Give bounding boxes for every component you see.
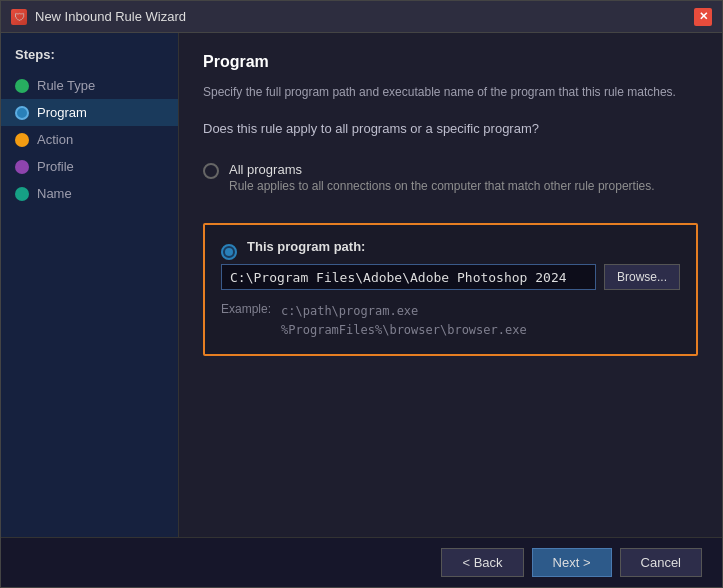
wizard-window: New Inbound Rule Wizard ✕ Steps: Rule Ty…: [0, 0, 723, 588]
browse-button[interactable]: Browse...: [604, 264, 680, 290]
program-path-box: This program path: Browse... Example: c:…: [203, 223, 698, 356]
action-dot: [15, 133, 29, 147]
back-button[interactable]: < Back: [441, 548, 523, 577]
example-row: Example: c:\path\program.exe %ProgramFil…: [221, 302, 680, 340]
main-panel: Program Specify the full program path an…: [179, 33, 722, 537]
content-area: Steps: Rule Type Program Action Profile …: [1, 33, 722, 537]
window-icon: [11, 9, 27, 25]
footer: < Back Next > Cancel: [1, 537, 722, 587]
program-label: Program: [37, 105, 87, 120]
steps-header: Steps:: [1, 47, 178, 72]
example-label: Example:: [221, 302, 271, 340]
cancel-button[interactable]: Cancel: [620, 548, 702, 577]
all-programs-option[interactable]: All programs Rule applies to all connect…: [203, 162, 698, 193]
window-title: New Inbound Rule Wizard: [35, 9, 686, 24]
all-programs-text: All programs Rule applies to all connect…: [229, 162, 655, 193]
this-program-option[interactable]: This program path:: [221, 239, 680, 264]
example-line-2: %ProgramFiles%\browser\browser.exe: [281, 321, 527, 340]
next-button[interactable]: Next >: [532, 548, 612, 577]
name-dot: [15, 187, 29, 201]
sidebar-item-program[interactable]: Program: [1, 99, 178, 126]
question-text: Does this rule apply to all programs or …: [203, 121, 698, 136]
profile-label: Profile: [37, 159, 74, 174]
example-values: c:\path\program.exe %ProgramFiles%\brows…: [281, 302, 527, 340]
this-program-radio[interactable]: [221, 244, 237, 260]
panel-subtitle: Specify the full program path and execut…: [203, 85, 698, 99]
profile-dot: [15, 160, 29, 174]
sidebar-item-name[interactable]: Name: [1, 180, 178, 207]
rule-type-dot: [15, 79, 29, 93]
rule-type-label: Rule Type: [37, 78, 95, 93]
all-programs-desc: Rule applies to all connections on the c…: [229, 179, 655, 193]
sidebar-item-rule-type[interactable]: Rule Type: [1, 72, 178, 99]
program-dot: [15, 106, 29, 120]
this-program-label: This program path:: [247, 239, 365, 254]
program-path-input[interactable]: [221, 264, 596, 290]
close-button[interactable]: ✕: [694, 8, 712, 26]
example-line-1: c:\path\program.exe: [281, 302, 527, 321]
all-programs-label: All programs: [229, 162, 655, 177]
sidebar-item-profile[interactable]: Profile: [1, 153, 178, 180]
path-input-row: Browse...: [221, 264, 680, 290]
sidebar: Steps: Rule Type Program Action Profile …: [1, 33, 179, 537]
panel-title: Program: [203, 53, 698, 71]
name-label: Name: [37, 186, 72, 201]
all-programs-radio[interactable]: [203, 163, 219, 179]
action-label: Action: [37, 132, 73, 147]
sidebar-item-action[interactable]: Action: [1, 126, 178, 153]
title-bar: New Inbound Rule Wizard ✕: [1, 1, 722, 33]
